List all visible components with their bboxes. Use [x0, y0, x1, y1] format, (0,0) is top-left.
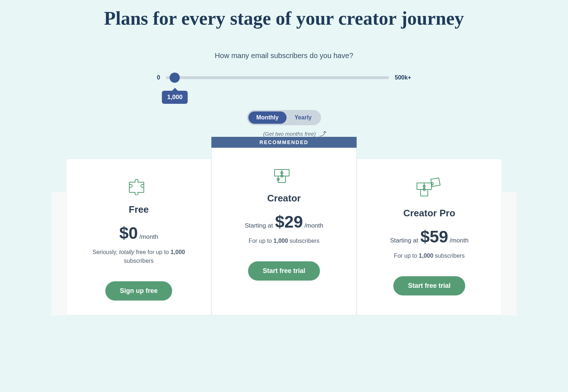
price-suffix: /month: [450, 237, 468, 244]
slider-track[interactable]: 1,000: [166, 76, 389, 79]
price-amount: $0: [119, 223, 138, 243]
slider-min-label: 0: [157, 74, 160, 81]
puzzle-icon: [127, 177, 150, 195]
plan-price: $0 /month: [119, 223, 158, 243]
price-amount: $29: [275, 212, 303, 232]
signup-free-button[interactable]: Sign up free: [105, 281, 172, 301]
slider-prompt: How many email subscribers do you have?: [66, 52, 502, 60]
price-prefix: Starting at: [245, 222, 273, 229]
price-amount: $59: [420, 227, 448, 246]
plan-price: Starting at $29 /month: [245, 212, 323, 232]
start-trial-creator-button[interactable]: Start free trial: [248, 261, 320, 281]
slider-max-label: 500k+: [395, 74, 411, 81]
plan-name: Creator: [267, 193, 301, 204]
plan-subtext: For up to 1,000 subscribers: [249, 237, 320, 245]
plan-price: Starting at $59 /month: [390, 227, 468, 246]
arrow-curved-icon: [319, 130, 327, 137]
billing-toggle: Monthly Yearly: [247, 110, 321, 125]
billing-promo: (Get two months free): [263, 130, 326, 137]
puzzle-large-icon: [415, 177, 444, 199]
plan-name: Creator Pro: [403, 208, 455, 219]
svg-point-5: [431, 183, 433, 185]
slider-value-tooltip: 1,000: [162, 91, 188, 104]
plan-subtext: Seriously, totally free for up to 1,000 …: [92, 248, 186, 265]
recommended-badge: RECOMMENDED: [211, 137, 357, 148]
billing-promo-text: (Get two months free): [263, 131, 316, 137]
subscriber-slider-section: How many email subscribers do you have? …: [66, 52, 502, 81]
page-title: Plans for every stage of your creator jo…: [66, 7, 502, 30]
billing-monthly-button[interactable]: Monthly: [248, 111, 287, 124]
plan-card-creator: RECOMMENDED Creator Starting at $29 /mon…: [211, 148, 357, 315]
price-suffix: /month: [139, 233, 158, 241]
slider-thumb[interactable]: [170, 73, 180, 83]
puzzle-multi-icon: [272, 166, 296, 184]
subscriber-slider[interactable]: 0 1,000 500k+: [157, 74, 411, 81]
plan-name: Free: [129, 204, 149, 215]
plans-row: Free $0 /month Seriously, totally free f…: [66, 159, 502, 315]
price-prefix: Starting at: [390, 237, 418, 244]
plan-card-creator-pro: Creator Pro Starting at $59 /month For u…: [357, 159, 502, 315]
price-suffix: /month: [304, 222, 323, 229]
start-trial-pro-button[interactable]: Start free trial: [393, 276, 465, 295]
plan-subtext: For up to 1,000 subscribers: [394, 252, 465, 260]
plan-card-free: Free $0 /month Seriously, totally free f…: [66, 159, 211, 315]
billing-yearly-button[interactable]: Yearly: [287, 111, 320, 124]
